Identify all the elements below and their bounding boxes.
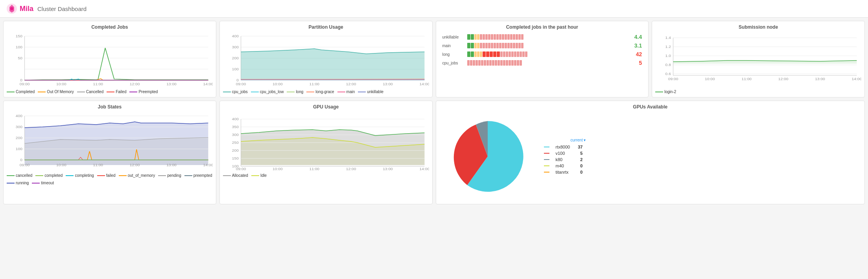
job-states-legend: cancelled completed completing failed ou…: [7, 173, 213, 185]
panel-partition-usage: Partition Usage 400 300 200 100 0 09:00 …: [219, 21, 433, 97]
bar: [488, 43, 490, 48]
legend-failed-dot: [107, 92, 114, 92]
bar: [497, 51, 500, 57]
gpu-row-k80: k80 2: [541, 156, 586, 163]
bar: [502, 43, 504, 48]
legend-gpu-idle: Idle: [251, 173, 267, 178]
svg-text:11:00: 11:00: [309, 167, 319, 171]
svg-text:11:00: 11:00: [93, 82, 103, 86]
svg-text:0: 0: [236, 78, 239, 82]
legend-js-failed-dot: [97, 175, 105, 176]
gpu-usage-chart: 400 350 300 250 200 150 100 09:00 10:00 …: [223, 112, 429, 172]
partition-count-cpu-jobs: 5: [629, 60, 642, 66]
partition-row-main: main: [442, 42, 642, 49]
svg-text:09:00: 09:00: [20, 163, 30, 167]
bar: [483, 34, 485, 40]
bar: [509, 51, 511, 57]
logo: Mila Cluster Dashboard: [6, 3, 87, 14]
submission-node-chart: 1.4 1.2 1.0 0.8 0.6 09:00 10:00 11:00 12…: [655, 32, 861, 88]
legend-long-grace-dot: [306, 92, 314, 92]
bar: [467, 43, 470, 48]
bar: [510, 34, 512, 40]
bar: [517, 51, 519, 57]
legend-login2: login-2: [655, 90, 676, 94]
bar: [471, 43, 474, 48]
gpu-row-m40: m40 0: [541, 163, 586, 169]
legend-js-preempted: preempted: [184, 173, 212, 178]
svg-text:150: 150: [16, 34, 22, 38]
bar: [494, 43, 496, 48]
legend-js-oom: out_of_memory: [119, 173, 155, 178]
bar: [486, 51, 489, 57]
bar: [500, 60, 503, 66]
gpu-usage-legend: Allocated Idle: [223, 173, 429, 178]
gpu-color-titanrtx: [544, 171, 549, 174]
svg-text:0.8: 0.8: [665, 63, 671, 67]
bar: [487, 60, 489, 66]
partition-usage-title: Partition Usage: [223, 24, 429, 30]
gpu-name-v100: v100: [553, 150, 575, 156]
gpu-name-k80: k80: [553, 156, 575, 163]
gpu-name-rtx8000: rtx8000: [553, 144, 575, 150]
legend-oom: Out Of Memory: [38, 90, 74, 94]
gpu-pie-chart: [442, 115, 533, 198]
bar: [491, 34, 493, 40]
gpus-available-layout: current ▾ rtx8000 37: [439, 112, 862, 201]
legend-unkillable-dot: [358, 92, 366, 92]
bar: [507, 34, 510, 40]
legend-gpu-allocated-dot: [223, 175, 231, 176]
partition-usage-chart: 400 300 200 100 0 09:00 10:00 11:00 12:0…: [223, 32, 429, 88]
bar: [511, 60, 514, 66]
partition-count-main: 3.1: [629, 42, 642, 49]
gpu-legend-table: current ▾ rtx8000 37: [541, 138, 586, 175]
legend-js-running-dot: [7, 183, 15, 184]
bar: [506, 51, 508, 57]
svg-text:400: 400: [16, 114, 22, 118]
partition-row-unkillable: unkillable: [442, 34, 642, 40]
completed-jobs-legend: Completed Out Of Memory Cancelled Failed…: [7, 90, 213, 94]
bar: [516, 34, 518, 40]
bar: [518, 43, 521, 48]
legend-long: long: [287, 90, 303, 94]
gpu-color-rtx8000: [544, 145, 549, 149]
legend-failed: Failed: [107, 90, 126, 94]
bar: [520, 51, 522, 57]
submission-node-title: Submission node: [655, 24, 861, 30]
svg-text:0: 0: [20, 78, 22, 82]
svg-text:350: 350: [232, 125, 239, 129]
svg-text:14:00: 14:00: [419, 167, 429, 171]
current-label[interactable]: current ▾: [541, 138, 586, 142]
svg-text:10:00: 10:00: [273, 82, 283, 86]
partition-usage-legend: cpu_jobs cpu_jobs_low long long-grace ma…: [223, 90, 429, 94]
legend-cancelled: Cancelled: [77, 90, 103, 94]
bar: [475, 60, 478, 66]
legend-js-timeout-dot: [32, 183, 40, 184]
svg-text:09:00: 09:00: [236, 82, 246, 86]
partition-bars-unkillable: [467, 34, 627, 40]
svg-text:14:00: 14:00: [852, 77, 861, 81]
svg-text:09:00: 09:00: [668, 77, 678, 81]
bar: [474, 43, 477, 48]
svg-text:10:00: 10:00: [705, 77, 715, 81]
legend-cpu-jobs: cpu_jobs: [223, 90, 248, 94]
bar: [518, 34, 521, 40]
bar: [491, 43, 493, 48]
svg-text:12:00: 12:00: [130, 163, 140, 167]
legend-login2-dot: [655, 92, 663, 92]
bar: [520, 60, 522, 66]
bar: [510, 43, 512, 48]
bar: [502, 34, 504, 40]
partition-row-long: long: [442, 51, 642, 57]
partition-bars-main: [467, 43, 627, 48]
svg-text:10:00: 10:00: [56, 82, 66, 86]
svg-text:09:00: 09:00: [236, 167, 246, 171]
bar: [490, 51, 493, 57]
panel-job-states: Job States 400 300 200 100 0 09:: [3, 101, 216, 204]
bar: [506, 60, 508, 66]
svg-text:13:00: 13:00: [166, 163, 177, 167]
legend-gpu-allocated: Allocated: [223, 173, 248, 178]
svg-text:12:00: 12:00: [346, 167, 356, 171]
bar: [467, 51, 470, 57]
gpu-row-rtx8000: rtx8000 37: [541, 144, 586, 150]
svg-text:1.4: 1.4: [665, 36, 671, 40]
